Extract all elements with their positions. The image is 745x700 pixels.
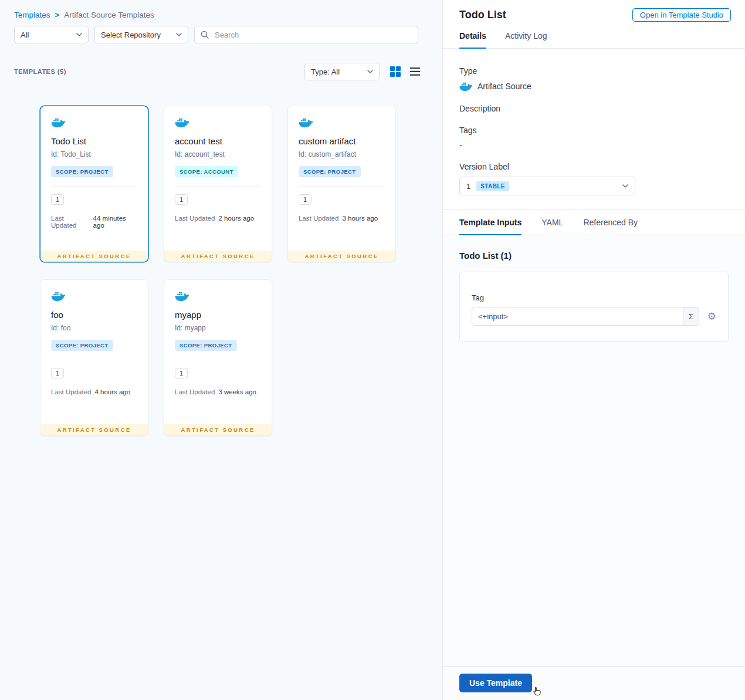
template-name: Todo List [51,136,137,146]
open-in-template-studio-button[interactable]: Open in Template Studio [632,8,731,22]
template-card-account-test[interactable]: account test Id: account_test SCOPE: ACC… [164,106,272,262]
list-view-icon[interactable] [410,67,420,76]
template-id: Id: account_test [175,150,261,158]
breadcrumb: Templates > Artifact Source Templates [0,0,442,19]
description-label: Description [459,104,729,113]
template-type-footer: ARTIFACT SOURCE [164,251,272,262]
template-id: Id: custom_artifact [299,150,385,158]
scope-filter-value: All [21,31,29,39]
grid-view-icon[interactable] [390,66,401,77]
docker-icon [175,290,189,302]
panel-footer: Use Template [443,666,745,700]
last-updated-value: 44 minutes ago [93,215,137,229]
template-card-foo[interactable]: foo Id: foo SCOPE: PROJECT 1 Last Update… [40,279,148,436]
view-toggle [390,66,420,77]
breadcrumb-templates-link[interactable]: Templates [14,11,50,19]
templates-count-label: TEMPLATES (5) [14,68,66,75]
scope-filter-dropdown[interactable]: All [14,26,89,43]
divider [51,360,137,360]
docker-icon [51,290,65,302]
template-name: account test [175,136,261,146]
gear-icon[interactable]: ⚙ [707,312,716,322]
last-updated-value: 3 hours ago [342,215,378,222]
template-card-custom-artifact[interactable]: custom artifact Id: custom_artifact SCOP… [287,106,396,262]
search-icon [201,31,209,39]
docker-icon [175,117,189,128]
details-body: Type Artifact Source Description Tags - … [443,49,745,209]
template-card-todo-list[interactable]: Todo List Id: Todo_List SCOPE: PROJECT 1… [40,106,148,262]
last-updated-value: 3 weeks ago [218,388,256,395]
docker-icon [459,81,472,92]
last-updated-label: Last Updated [51,215,90,229]
tag-field-label: Tag [472,293,716,302]
chevron-down-icon [176,33,182,36]
list-header: TEMPLATES (5) Type: All [0,63,442,80]
scope-badge: SCOPE: ACCOUNT [175,166,238,177]
scope-badge: SCOPE: PROJECT [51,340,113,351]
template-type-footer: ARTIFACT SOURCE [40,424,148,435]
last-updated-label: Last Updated [175,388,215,395]
use-template-button[interactable]: Use Template [459,674,532,692]
template-type-footer: ARTIFACT SOURCE [164,424,272,435]
version-count-badge: 1 [175,368,188,378]
templates-grid: Todo List Id: Todo_List SCOPE: PROJECT 1… [40,106,396,436]
version-value: 1 [466,182,470,191]
tab-yaml[interactable]: YAML [541,210,563,235]
scope-badge: SCOPE: PROJECT [51,166,113,177]
chevron-down-icon [76,33,82,36]
search-box [194,26,418,43]
panel-title: Todo List [459,9,506,21]
template-type-footer: ARTIFACT SOURCE [288,251,395,262]
type-filter-value: Type: All [311,67,340,76]
template-id: Id: Todo_List [51,150,137,158]
type-filter-dropdown[interactable]: Type: All [304,63,380,80]
last-updated-value: 4 hours ago [94,388,130,395]
tag-input-wrap: Σ [472,307,699,326]
inputs-tab-bar: Template Inputs YAML Referenced By [443,209,745,235]
divider [175,360,261,360]
version-label-dropdown[interactable]: 1 STABLE [459,177,635,195]
version-count-badge: 1 [299,194,311,205]
breadcrumb-separator-icon: > [55,11,60,19]
tags-label: Tags [459,126,729,135]
tab-referenced-by[interactable]: Referenced By [583,210,638,235]
version-label: Version Label [459,162,729,171]
template-details-panel: Todo List Open in Template Studio Detail… [443,0,745,700]
template-name: myapp [175,310,261,320]
tags-value: - [459,140,729,150]
divider [51,186,137,187]
scope-badge: SCOPE: PROJECT [175,340,237,351]
type-label: Type [459,66,729,76]
template-id: Id: foo [51,324,137,332]
tab-template-inputs[interactable]: Template Inputs [459,210,522,235]
templates-list-pane: Templates > Artifact Source Templates Al… [0,0,443,700]
repository-filter-value: Select Repository [101,31,161,39]
repository-filter-dropdown[interactable]: Select Repository [94,26,188,43]
type-value: Artifact Source [478,82,531,91]
docker-icon [51,117,65,128]
scope-badge: SCOPE: PROJECT [299,166,361,177]
search-input[interactable] [214,30,412,40]
inputs-card: Tag Σ ⚙ [459,272,729,341]
version-count-badge: 1 [51,194,64,205]
details-tab-bar: Details Activity Log [443,22,745,49]
template-id: Id: myapp [175,324,261,332]
version-count-badge: 1 [175,194,188,205]
last-updated-label: Last Updated [175,215,215,222]
chevron-down-icon [622,184,628,188]
docker-icon [299,117,313,128]
last-updated-value: 2 hours ago [218,215,254,222]
input-type-sigma-button[interactable]: Σ [683,307,699,325]
template-name: foo [51,310,137,320]
last-updated-label: Last Updated [299,215,338,222]
tab-activity-log[interactable]: Activity Log [505,31,547,48]
version-count-badge: 1 [51,368,64,378]
stable-badge: STABLE [476,181,509,191]
chevron-down-icon [367,70,373,73]
divider [175,186,261,187]
tag-input[interactable] [472,307,683,325]
template-name: custom artifact [299,136,385,146]
inputs-section-title: Todo List (1) [459,251,729,261]
template-card-myapp[interactable]: myapp Id: myapp SCOPE: PROJECT 1 Last Up… [164,279,272,436]
tab-details[interactable]: Details [459,31,486,48]
